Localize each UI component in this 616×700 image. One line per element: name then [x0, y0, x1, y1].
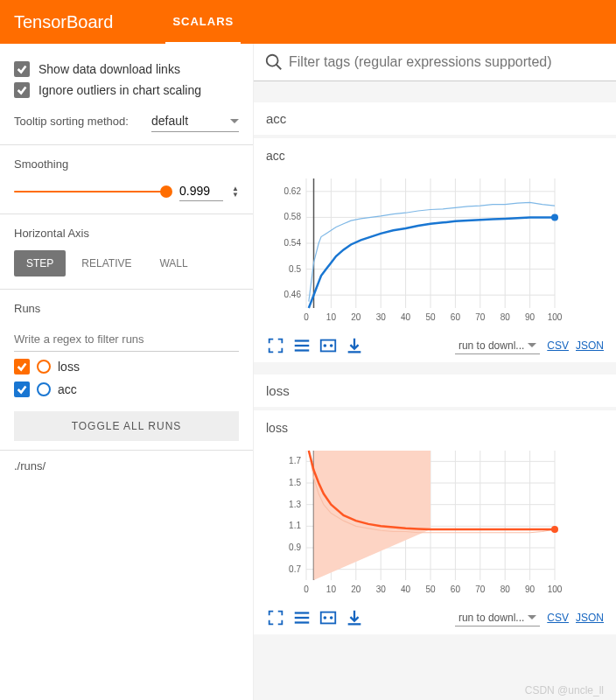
svg-text:90: 90: [525, 584, 536, 594]
search-icon: [264, 52, 284, 72]
svg-rect-39: [321, 340, 336, 352]
svg-text:1.3: 1.3: [289, 500, 301, 509]
chart-title: acc: [266, 149, 604, 163]
chart-loss[interactable]: 0.70.91.11.31.51.70102030405060708090100: [266, 442, 564, 599]
fit-domain-icon[interactable]: [318, 608, 338, 627]
checkbox-checked-icon: [14, 359, 30, 374]
tab-scalars[interactable]: SCALARS: [165, 0, 241, 45]
dropdown-icon: [230, 119, 239, 123]
smoothing-stepper[interactable]: ▲▼: [232, 186, 239, 198]
smoothing-input[interactable]: [179, 181, 223, 201]
haxis-relative-button[interactable]: RELATIVE: [69, 250, 144, 276]
csv-link[interactable]: CSV: [547, 340, 569, 352]
svg-point-85: [324, 617, 326, 619]
svg-text:100: 100: [548, 584, 563, 594]
svg-text:0: 0: [304, 584, 309, 594]
smoothing-slider[interactable]: [14, 191, 171, 192]
runs-filter-input[interactable]: [14, 327, 239, 352]
tooltip-sort-row: Tooltip sorting method: default: [14, 110, 239, 132]
json-link[interactable]: JSON: [576, 612, 604, 624]
svg-text:0.62: 0.62: [284, 186, 302, 196]
ignore-outliers-label: Ignore outliers in chart scaling: [38, 83, 201, 97]
csv-link[interactable]: CSV: [547, 612, 569, 624]
svg-text:80: 80: [500, 584, 511, 594]
run-row-loss[interactable]: loss: [14, 359, 239, 374]
svg-text:100: 100: [548, 312, 563, 322]
sidebar: Show data download links Ignore outliers…: [0, 44, 254, 700]
run-label: acc: [58, 382, 77, 396]
smoothing-group: Smoothing ▲▼: [0, 145, 253, 214]
app-header: TensorBoard SCALARS: [0, 0, 616, 44]
panel-loss: loss loss 0.70.91.11.31.51.7010203040506…: [254, 374, 616, 634]
haxis-wall-button[interactable]: WALL: [147, 250, 200, 276]
content-area: acc acc 0.460.50.540.580.620102030405060…: [254, 44, 616, 700]
svg-text:10: 10: [326, 584, 337, 594]
svg-text:0.7: 0.7: [289, 564, 301, 574]
chart-title: loss: [266, 421, 604, 435]
smoothing-slider-row: ▲▼: [14, 181, 239, 201]
dropdown-icon: [528, 343, 536, 347]
panel-header[interactable]: loss: [254, 374, 616, 410]
download-icon[interactable]: [345, 608, 364, 627]
svg-text:30: 30: [376, 312, 387, 322]
expand-icon[interactable]: [266, 336, 285, 355]
checkbox-checked-icon: [14, 382, 30, 397]
log-axis-icon[interactable]: [292, 608, 312, 627]
chart-acc[interactable]: 0.460.50.540.580.62010203040506070809010…: [266, 170, 564, 327]
svg-text:0.5: 0.5: [289, 264, 301, 274]
haxis-group: Horizontal Axis STEP RELATIVE WALL: [0, 214, 253, 290]
svg-line-1: [276, 65, 282, 70]
svg-rect-84: [321, 612, 336, 624]
svg-point-86: [331, 617, 332, 619]
svg-text:40: 40: [401, 584, 411, 594]
options-group: Show data download links Ignore outliers…: [0, 44, 253, 145]
checkbox-checked-icon: [14, 82, 30, 98]
checkbox-checked-icon: [14, 61, 30, 77]
svg-text:60: 60: [451, 584, 461, 594]
fit-domain-icon[interactable]: [318, 336, 338, 355]
svg-text:0.58: 0.58: [284, 212, 302, 221]
runs-group: Runs loss acc TOGGLE ALL RUNS: [0, 290, 253, 451]
panel-header[interactable]: acc: [254, 102, 616, 138]
svg-text:20: 20: [351, 584, 361, 594]
run-row-acc[interactable]: acc: [14, 382, 239, 397]
download-icon[interactable]: [345, 336, 364, 355]
main-area: Show data download links Ignore outliers…: [0, 44, 616, 700]
tooltip-sort-label: Tooltip sorting method:: [14, 115, 151, 128]
app-logo: TensorBoard: [14, 12, 113, 32]
svg-point-35: [551, 214, 558, 220]
tag-filter-row: [254, 44, 616, 81]
toggle-all-runs-button[interactable]: TOGGLE ALL RUNS: [14, 411, 239, 441]
svg-text:70: 70: [475, 584, 486, 594]
slider-thumb-icon[interactable]: [160, 186, 172, 198]
log-axis-icon[interactable]: [292, 336, 312, 355]
show-download-label: Show data download links: [38, 62, 180, 76]
svg-point-40: [324, 345, 326, 346]
svg-text:0.9: 0.9: [289, 542, 301, 552]
ignore-outliers-row[interactable]: Ignore outliers in chart scaling: [14, 82, 239, 98]
svg-text:70: 70: [475, 312, 486, 322]
chart-tools: run to downl... CSV JSON: [266, 608, 604, 627]
runs-label: Runs: [14, 302, 239, 315]
haxis-step-button[interactable]: STEP: [14, 250, 66, 276]
download-run-select[interactable]: run to downl...: [455, 610, 540, 626]
json-link[interactable]: JSON: [576, 340, 604, 352]
svg-text:90: 90: [525, 312, 536, 322]
show-download-links-row[interactable]: Show data download links: [14, 61, 239, 77]
svg-point-0: [267, 55, 278, 66]
download-run-select[interactable]: run to downl...: [455, 338, 540, 354]
radio-icon[interactable]: [37, 360, 51, 374]
svg-text:50: 50: [425, 312, 436, 322]
tooltip-sort-select[interactable]: default: [151, 110, 239, 132]
tag-filter-input[interactable]: [289, 54, 606, 70]
svg-marker-79: [314, 451, 430, 580]
run-label: loss: [58, 360, 80, 374]
svg-text:0: 0: [304, 312, 309, 322]
tooltip-sort-value: default: [151, 114, 188, 128]
expand-icon[interactable]: [266, 608, 285, 627]
svg-text:1.5: 1.5: [289, 478, 301, 487]
runs-directory: ./runs/: [0, 451, 253, 481]
radio-icon[interactable]: [37, 382, 51, 396]
svg-point-41: [331, 345, 332, 346]
svg-text:50: 50: [425, 584, 436, 594]
